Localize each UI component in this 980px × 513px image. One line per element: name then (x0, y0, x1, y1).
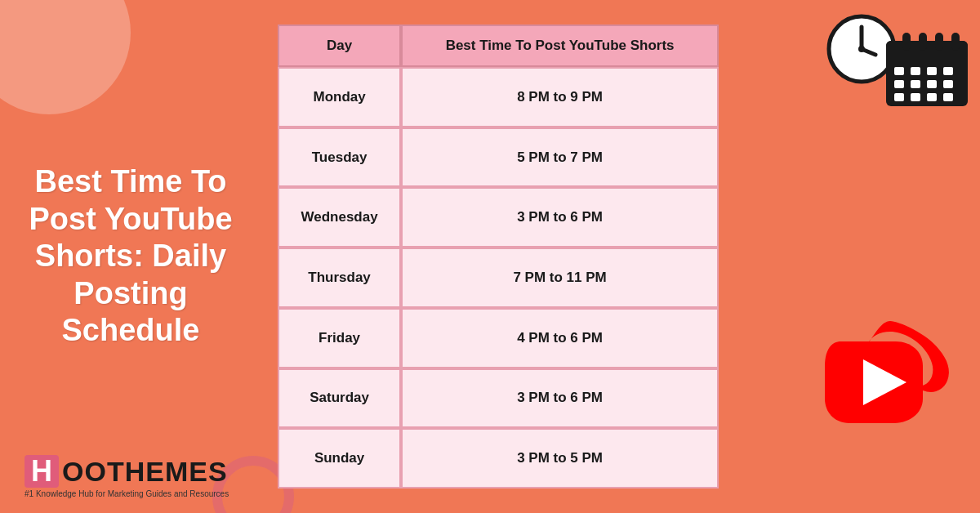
svg-rect-17 (943, 80, 953, 88)
table-cell-time: 3 PM to 6 PM (401, 187, 719, 248)
svg-rect-6 (902, 33, 911, 51)
table-body: Monday8 PM to 9 PMTuesday5 PM to 7 PMWed… (278, 67, 719, 488)
table-row: Tuesday5 PM to 7 PM (278, 127, 719, 188)
calendar-icon (882, 25, 972, 114)
table-section: Day Best Time To Post YouTube Shorts Mon… (278, 25, 719, 488)
svg-rect-20 (927, 93, 937, 101)
youtube-shorts-logo (821, 317, 968, 448)
table-cell-time: 8 PM to 9 PM (401, 67, 719, 127)
col-header-day: Day (278, 25, 401, 67)
table-cell-day: Thursday (278, 248, 401, 308)
main-title: Best Time To Post YouTube Shorts: Daily … (24, 163, 237, 350)
svg-rect-18 (894, 93, 904, 101)
background: Best Time To Post YouTube Shorts: Daily … (0, 0, 980, 513)
svg-rect-7 (919, 33, 927, 51)
svg-point-3 (858, 46, 865, 52)
left-section: Best Time To Post YouTube Shorts: Daily … (24, 163, 237, 350)
table-cell-day: Friday (278, 308, 401, 368)
table-row: Sunday3 PM to 5 PM (278, 428, 719, 488)
table-cell-day: Tuesday (278, 127, 401, 188)
svg-rect-8 (935, 33, 943, 51)
svg-rect-9 (951, 33, 960, 51)
svg-rect-12 (927, 67, 937, 75)
table-cell-day: Wednesday (278, 187, 401, 248)
logo-row: H OOTHEMES (24, 455, 228, 488)
table-cell-day: Monday (278, 67, 401, 127)
logo-tagline: #1 Knowledge Hub for Marketing Guides an… (24, 489, 229, 498)
svg-rect-21 (943, 93, 953, 101)
table-row: Friday4 PM to 6 PM (278, 308, 719, 368)
table-row: Thursday7 PM to 11 PM (278, 248, 719, 308)
svg-rect-11 (911, 67, 920, 75)
logo-section: H OOTHEMES #1 Knowledge Hub for Marketin… (24, 455, 229, 498)
svg-rect-10 (894, 67, 904, 75)
decorative-circle-top (0, 0, 131, 114)
col-header-time: Best Time To Post YouTube Shorts (401, 25, 719, 67)
table-cell-time: 3 PM to 6 PM (401, 368, 719, 429)
table-cell-time: 4 PM to 6 PM (401, 308, 719, 368)
table-row: Monday8 PM to 9 PM (278, 67, 719, 127)
table-cell-day: Sunday (278, 428, 401, 488)
svg-rect-15 (911, 80, 920, 88)
table-row: Wednesday3 PM to 6 PM (278, 187, 719, 248)
svg-rect-16 (927, 80, 937, 88)
svg-rect-14 (894, 80, 904, 88)
logo-brand-name: OOTHEMES (62, 456, 228, 488)
svg-rect-19 (911, 93, 920, 101)
svg-rect-13 (943, 67, 953, 75)
table-cell-time: 7 PM to 11 PM (401, 248, 719, 308)
table-cell-day: Saturday (278, 368, 401, 429)
table-cell-time: 5 PM to 7 PM (401, 127, 719, 188)
schedule-table: Day Best Time To Post YouTube Shorts Mon… (278, 25, 719, 488)
table-row: Saturday3 PM to 6 PM (278, 368, 719, 429)
table-header-row: Day Best Time To Post YouTube Shorts (278, 25, 719, 67)
logo-h-letter: H (24, 455, 59, 488)
table-cell-time: 3 PM to 5 PM (401, 428, 719, 488)
